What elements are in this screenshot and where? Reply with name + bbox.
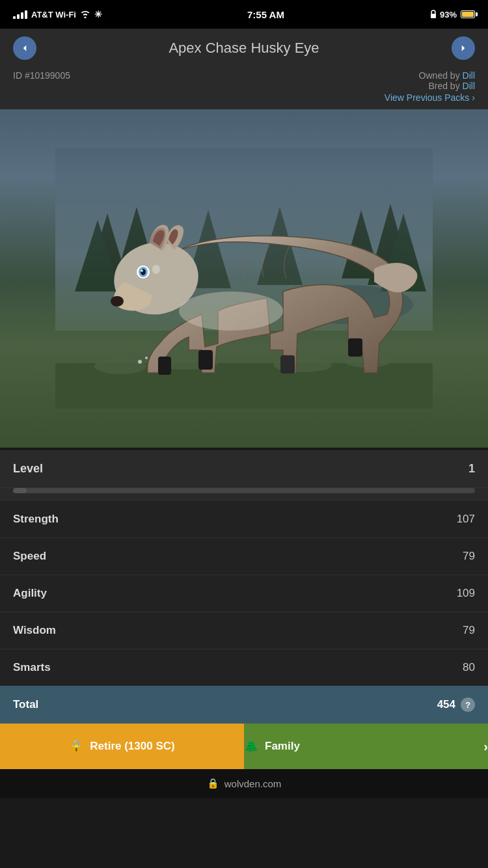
level-value: 1: [468, 462, 475, 476]
level-label: Level: [13, 462, 43, 476]
svg-rect-30: [198, 350, 213, 370]
level-row: Level 1: [0, 450, 488, 488]
status-right-group: 93%: [429, 10, 475, 20]
strength-row: Strength 107: [0, 501, 488, 538]
family-arrow-icon: ›: [483, 739, 488, 754]
total-help-button[interactable]: ?: [461, 698, 475, 712]
chevron-right-icon: ›: [472, 92, 475, 103]
total-value-group: 454 ?: [437, 698, 475, 712]
bottom-lock-icon: 🔒: [207, 778, 219, 789]
family-button[interactable]: 🌲 Family ›: [244, 724, 488, 769]
right-arrow-icon: [457, 42, 469, 54]
battery-percentage: 93%: [440, 10, 457, 20]
view-previous-packs-link[interactable]: View Previous Packs ›: [385, 92, 475, 103]
agility-label: Agility: [13, 587, 47, 600]
total-number: 454: [437, 698, 455, 711]
signal-bar-3: [21, 12, 23, 19]
agility-value: 109: [457, 587, 475, 600]
xp-fill: [13, 488, 27, 493]
smarts-label: Smarts: [13, 661, 51, 674]
owned-by-label: Owned by: [419, 70, 460, 81]
wolf-header: Apex Chase Husky Eye: [0, 29, 488, 68]
agility-row: Agility 109: [0, 575, 488, 612]
tree-icon: 🌲: [244, 739, 258, 753]
wolf-name-title: Apex Chase Husky Eye: [36, 40, 452, 57]
carrier-name: AT&T Wi-Fi: [31, 10, 76, 20]
ownership-info: Owned by Dill Bred by Dill View Previous…: [385, 70, 475, 103]
bred-by-line: Bred by Dill: [385, 81, 475, 91]
activity-icon: ✳: [94, 9, 102, 20]
view-packs-label: View Previous Packs: [385, 92, 469, 103]
wisdom-row: Wisdom 79: [0, 612, 488, 649]
signal-bars: [13, 10, 27, 19]
svg-rect-0: [431, 14, 436, 18]
signal-bar-2: [17, 14, 20, 19]
status-time: 7:55 AM: [247, 9, 284, 20]
total-row: Total 454 ?: [0, 686, 488, 724]
smarts-row: Smarts 80: [0, 649, 488, 686]
owned-by-line: Owned by Dill: [385, 70, 475, 81]
strength-value: 107: [457, 513, 475, 526]
prev-arrow-button[interactable]: [13, 36, 36, 60]
xp-bar: [13, 488, 475, 493]
svg-point-18: [145, 357, 148, 359]
total-label: Total: [13, 698, 38, 711]
carrier-info: AT&T Wi-Fi ✳: [13, 9, 102, 20]
svg-point-26: [141, 269, 143, 272]
wisdom-label: Wisdom: [13, 624, 56, 637]
battery-fill: [462, 12, 474, 17]
bred-by-label: Bred by: [428, 81, 459, 91]
speed-row: Speed 79: [0, 538, 488, 575]
signal-bar-1: [13, 16, 16, 19]
wifi-icon: [80, 10, 90, 18]
status-bar: AT&T Wi-Fi ✳ 7:55 AM 93%: [0, 0, 488, 29]
lock-status-icon: [429, 10, 437, 19]
owner-name-link[interactable]: Dill: [463, 70, 475, 81]
lock-icon: 🔒: [69, 739, 83, 753]
svg-rect-31: [280, 355, 295, 373]
svg-rect-29: [158, 357, 171, 375]
smarts-value: 80: [463, 661, 475, 674]
xp-bar-container: [0, 488, 488, 501]
bottom-bar: 🔒 wolvden.com: [0, 769, 488, 798]
next-arrow-button[interactable]: [452, 36, 475, 60]
strength-label: Strength: [13, 513, 59, 526]
wolf-sub-header: ID #10199005 Owned by Dill Bred by Dill …: [0, 68, 488, 109]
svg-point-28: [179, 292, 283, 331]
svg-rect-32: [348, 338, 362, 357]
battery-icon: [461, 10, 475, 18]
wolf-id: ID #10199005: [13, 70, 70, 81]
left-arrow-icon: [19, 42, 31, 54]
action-buttons: 🔒 Retire (1300 SC) 🌲 Family ›: [0, 724, 488, 769]
speed-value: 79: [463, 550, 475, 563]
wolf-image-container: [0, 109, 488, 448]
svg-point-27: [152, 265, 160, 274]
retire-button[interactable]: 🔒 Retire (1300 SC): [0, 724, 244, 769]
wisdom-value: 79: [463, 624, 475, 637]
stats-section: Level 1 Strength 107 Speed 79 Agility 10…: [0, 450, 488, 686]
signal-bar-4: [25, 10, 27, 19]
speed-label: Speed: [13, 550, 46, 563]
svg-point-22: [111, 296, 124, 306]
svg-point-17: [138, 360, 142, 364]
wolf-illustration: [55, 148, 433, 409]
domain-name: wolvden.com: [224, 778, 282, 789]
family-button-label: Family: [265, 740, 300, 753]
breeder-name-link[interactable]: Dill: [463, 81, 475, 91]
retire-button-label: Retire (1300 SC): [90, 740, 174, 753]
